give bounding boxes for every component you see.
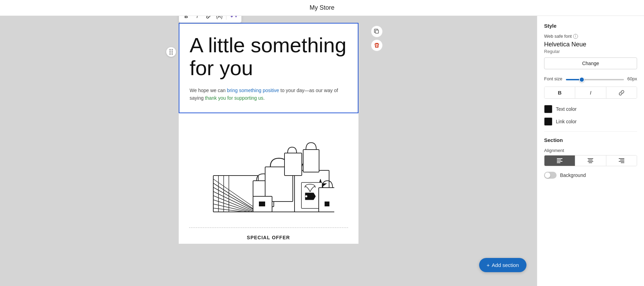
alignment-label: Alignment [544,148,637,153]
toolbar-link-button[interactable] [203,16,214,21]
link-color-label: Link color [556,119,577,124]
toolbar-italic-button[interactable]: I [192,16,203,21]
background-label: Background [560,172,586,178]
link-icon [206,16,211,19]
align-left-icon [557,158,562,163]
svg-rect-30 [557,161,562,162]
special-offer-text: SPECIAL OFFER [179,231,358,244]
align-right-icon [619,158,624,163]
headline-text: A little something for you [190,34,347,80]
svg-rect-26 [303,150,319,172]
main-layout: B I {A} ✦ ▾ A little [0,16,644,286]
ai-chevron-icon: ▾ [235,16,237,19]
format-italic-button[interactable]: I [575,87,606,98]
svg-rect-1 [213,176,258,212]
font-label: Web safe font i [544,34,637,39]
add-icon: + [487,262,490,268]
delete-button[interactable] [371,39,383,51]
align-left-button[interactable] [544,155,575,166]
toolbar-variable-button[interactable]: {A} [214,16,225,21]
bags-illustration [203,120,334,217]
align-right-button[interactable] [606,155,637,166]
divider-section [179,224,358,231]
font-size-slider[interactable] [566,79,624,80]
text-color-label: Text color [556,106,577,112]
add-section-label: Add section [492,262,519,268]
svg-rect-34 [588,161,593,162]
store-title: My Store [309,4,334,11]
toggle-thumb [545,172,550,178]
text-section[interactable]: A little something for you We hope we ca… [179,23,358,113]
section-title: Section [544,137,637,143]
svg-rect-37 [620,160,624,160]
format-row: B I [544,87,637,99]
text-color-row: Text color [544,105,637,113]
svg-rect-33 [588,160,592,160]
format-bold-button[interactable]: B [544,87,575,98]
canvas-area: B I {A} ✦ ▾ A little [0,16,537,286]
link-color-row: Link color [544,117,637,126]
format-link-button[interactable] [606,87,637,98]
drag-handle-dots [169,49,173,55]
dashed-divider [189,227,348,228]
toolbar-bold-button[interactable]: B [181,16,192,21]
image-section [179,113,358,224]
toolbar-ai-button[interactable]: ✦ ▾ [228,16,239,21]
svg-rect-38 [619,161,624,162]
font-size-row: Font size 60px [544,75,637,82]
svg-rect-36 [619,158,624,159]
svg-rect-0 [375,30,379,33]
link-icon [619,90,624,96]
email-canvas: A little something for you We hope we ca… [179,23,358,244]
toolbar-divider [226,16,226,20]
copy-button[interactable] [371,26,383,37]
background-toggle[interactable] [544,172,557,179]
svg-rect-23 [319,188,334,212]
svg-rect-32 [588,158,593,159]
align-center-button[interactable] [575,155,606,166]
svg-rect-25 [284,153,302,176]
ai-sparkle-icon: ✦ [230,16,234,19]
font-size-value: 60px [627,76,637,81]
right-panel: Style Web safe font i Helvetica Neue Reg… [537,16,644,286]
svg-rect-28 [557,158,562,159]
top-bar: My Store [0,0,644,16]
add-section-button[interactable]: + Add section [479,258,526,272]
floating-toolbar: B I {A} ✦ ▾ [179,16,242,23]
font-style: Regular [544,49,637,54]
text-color-swatch[interactable] [544,105,552,113]
style-title: Style [544,23,637,29]
font-size-label: Font size [544,76,562,81]
svg-rect-24 [325,202,329,206]
canvas-wrapper: B I {A} ✦ ▾ A little [179,23,358,244]
highlight-thank: thank you for supporting us [205,95,263,101]
svg-rect-39 [621,162,624,163]
background-row: Background [544,172,637,179]
subtext: We hope we can bring something positive … [190,87,347,102]
svg-rect-31 [557,162,560,163]
change-font-button[interactable]: Change [544,57,637,69]
align-center-icon [588,158,593,163]
info-icon[interactable]: i [573,34,578,39]
svg-rect-29 [557,160,561,160]
drag-handle[interactable] [166,47,176,57]
slider-container [566,75,624,82]
block-actions [371,26,383,51]
link-color-swatch[interactable] [544,117,552,126]
trash-icon [374,43,380,48]
svg-rect-22 [259,202,265,206]
section-divider [544,131,637,132]
highlight-bring: bring something positive [227,88,279,93]
svg-point-20 [305,195,307,197]
font-name: Helvetica Neue [544,41,637,48]
alignment-row [544,155,637,166]
svg-rect-35 [589,162,592,163]
toggle-track [544,172,557,179]
copy-icon [374,29,380,34]
